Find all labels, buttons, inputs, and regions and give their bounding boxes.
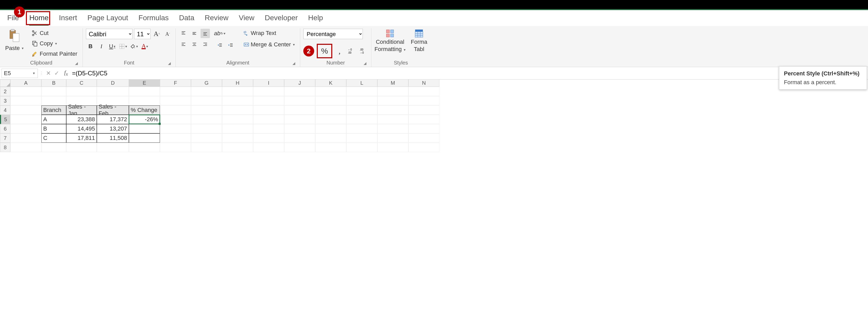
cell[interactable] — [346, 115, 377, 124]
align-center-button[interactable] — [190, 39, 199, 49]
copy-button[interactable]: Copy ▾ — [30, 39, 80, 48]
increase-decimal-button[interactable]: ←0.00 — [347, 46, 356, 56]
increase-indent-button[interactable] — [226, 41, 235, 50]
cell[interactable] — [284, 87, 315, 96]
cell[interactable] — [10, 133, 41, 143]
format-painter-button[interactable]: Format Painter — [30, 50, 80, 58]
dialog-launcher-icon[interactable]: ◢ — [292, 61, 295, 65]
cell[interactable] — [315, 143, 346, 152]
tab-view[interactable]: View — [239, 14, 254, 25]
col-header-F[interactable]: F — [160, 80, 191, 87]
fill-color-button[interactable]: ▾ — [129, 42, 139, 51]
cell[interactable] — [408, 105, 439, 115]
cell[interactable] — [191, 115, 222, 124]
cell[interactable] — [129, 133, 160, 143]
col-header-G[interactable]: G — [191, 80, 222, 87]
align-bottom-button[interactable] — [200, 29, 210, 38]
col-header-D[interactable]: D — [97, 80, 129, 87]
decrease-decimal-button[interactable]: .00→0 — [359, 46, 368, 56]
cell[interactable] — [129, 124, 160, 133]
cell[interactable] — [191, 87, 222, 96]
col-header-A[interactable]: A — [10, 80, 41, 87]
enter-formula-button[interactable]: ✓ — [54, 70, 59, 77]
dialog-launcher-icon[interactable]: ◢ — [75, 61, 78, 65]
cell[interactable] — [377, 105, 408, 115]
font-name-select[interactable]: Calibri — [86, 29, 132, 39]
align-middle-button[interactable] — [190, 29, 199, 38]
cell[interactable] — [346, 143, 377, 152]
merge-center-button[interactable]: Merge & Center ▾ — [242, 40, 297, 49]
cell[interactable]: 17,372 — [97, 115, 129, 124]
cell[interactable] — [222, 96, 253, 105]
cell[interactable]: Sales - Feb — [97, 105, 129, 115]
cell[interactable] — [346, 124, 377, 133]
italic-button[interactable]: I — [97, 42, 106, 51]
cell[interactable]: 17,811 — [66, 133, 97, 143]
align-right-button[interactable] — [200, 39, 210, 49]
col-header-J[interactable]: J — [284, 80, 315, 87]
cell[interactable] — [41, 143, 66, 152]
bold-button[interactable]: B — [86, 42, 95, 51]
cell[interactable] — [41, 87, 66, 96]
cell[interactable] — [222, 133, 253, 143]
cell[interactable] — [408, 133, 439, 143]
col-header-E[interactable]: E — [129, 80, 160, 87]
tab-data[interactable]: Data — [179, 14, 194, 25]
cell[interactable] — [66, 87, 97, 96]
cell[interactable] — [377, 143, 408, 152]
cell[interactable] — [191, 105, 222, 115]
col-header-H[interactable]: H — [222, 80, 253, 87]
row-header-5[interactable]: 5 — [0, 115, 10, 124]
row-header-2[interactable]: 2 — [0, 87, 10, 96]
cell[interactable] — [160, 87, 191, 96]
cell[interactable] — [129, 87, 160, 96]
cell[interactable] — [160, 124, 191, 133]
cell[interactable] — [315, 124, 346, 133]
cell[interactable] — [253, 96, 284, 105]
align-left-button[interactable] — [179, 39, 188, 49]
cell[interactable] — [10, 87, 41, 96]
cell[interactable] — [315, 105, 346, 115]
format-as-table-button[interactable]: Forma Tabl — [411, 29, 427, 53]
cell[interactable] — [377, 96, 408, 105]
cell[interactable] — [315, 96, 346, 105]
percent-style-button[interactable]: % — [318, 45, 331, 57]
col-header-C[interactable]: C — [66, 80, 97, 87]
row-header-8[interactable]: 8 — [0, 143, 10, 152]
paste-button[interactable]: Paste ▾ — [3, 44, 26, 53]
cell[interactable] — [253, 115, 284, 124]
cell[interactable] — [160, 96, 191, 105]
cell[interactable] — [408, 96, 439, 105]
cell[interactable] — [10, 105, 41, 115]
cell[interactable] — [222, 124, 253, 133]
cell[interactable] — [408, 87, 439, 96]
cell[interactable] — [253, 105, 284, 115]
cell[interactable] — [284, 133, 315, 143]
col-header-I[interactable]: I — [253, 80, 284, 87]
cell[interactable] — [315, 87, 346, 96]
font-color-button[interactable]: A ▾ — [140, 42, 150, 51]
cell[interactable] — [377, 87, 408, 96]
decrease-font-button[interactable]: Aˇ — [163, 29, 173, 38]
cell[interactable] — [346, 96, 377, 105]
cell[interactable] — [222, 115, 253, 124]
decrease-indent-button[interactable] — [215, 41, 224, 50]
col-header-L[interactable]: L — [346, 80, 377, 87]
cell[interactable] — [253, 133, 284, 143]
cell[interactable] — [160, 143, 191, 152]
cell[interactable]: C — [41, 133, 66, 143]
cell[interactable] — [191, 133, 222, 143]
cell[interactable] — [253, 87, 284, 96]
cell[interactable]: 14,495 — [66, 124, 97, 133]
number-format-select[interactable]: Percentage — [303, 29, 363, 39]
cell[interactable] — [191, 96, 222, 105]
cell[interactable] — [191, 143, 222, 152]
cell[interactable] — [408, 115, 439, 124]
cell[interactable]: B — [41, 124, 66, 133]
cell[interactable]: A — [41, 115, 66, 124]
cell[interactable] — [160, 115, 191, 124]
cell[interactable]: 23,388 — [66, 115, 97, 124]
tab-formulas[interactable]: Formulas — [138, 14, 169, 25]
cell[interactable] — [346, 105, 377, 115]
cell[interactable] — [97, 143, 129, 152]
